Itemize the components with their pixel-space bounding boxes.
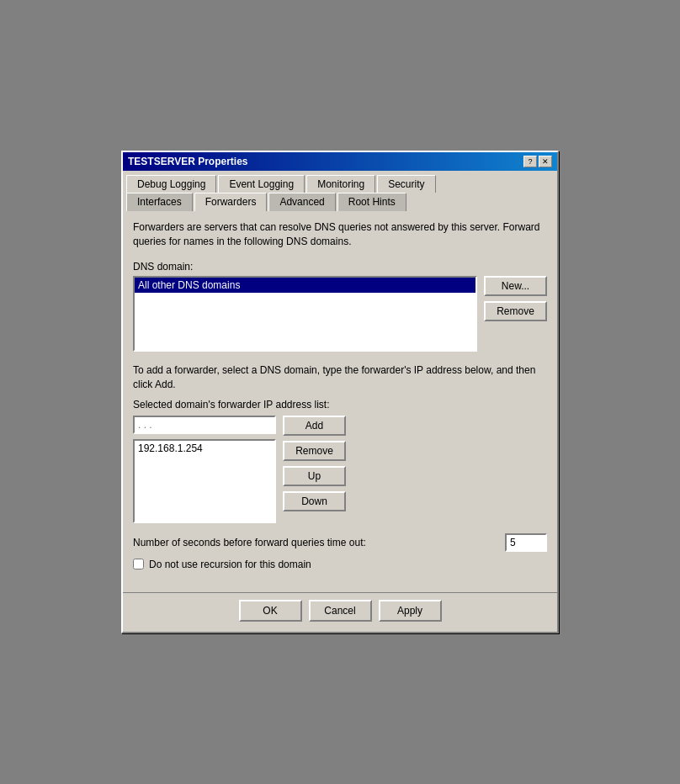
add-button[interactable]: Add <box>283 416 346 436</box>
description-text: Forwarders are servers that can resolve … <box>133 220 547 249</box>
tab-event-logging[interactable]: Event Logging <box>218 175 305 193</box>
down-button[interactable]: Down <box>283 491 346 511</box>
dialog-window: TESTSERVER Properties ? ✕ Debug Logging … <box>121 151 559 633</box>
ip-address-listbox[interactable]: 192.168.1.254 <box>133 439 276 523</box>
ip-buttons: Add Remove Up Down <box>283 416 346 523</box>
tab-debug-logging[interactable]: Debug Logging <box>126 175 216 193</box>
remove-ip-button[interactable]: Remove <box>283 441 346 461</box>
apply-button[interactable]: Apply <box>379 600 442 622</box>
tab-content: Forwarders are servers that can resolve … <box>123 210 557 591</box>
tabs-row-2: Interfaces Forwarders Advanced Root Hint… <box>123 192 557 210</box>
ip-section: 192.168.1.254 Add Remove Up Down <box>133 416 547 523</box>
help-button[interactable]: ? <box>523 156 537 167</box>
tabs-row-1: Debug Logging Event Logging Monitoring S… <box>123 171 557 192</box>
ip-input-column: 192.168.1.254 <box>133 416 276 523</box>
cancel-button[interactable]: Cancel <box>309 600 372 622</box>
bottom-buttons: OK Cancel Apply <box>123 592 557 632</box>
dns-domain-section: All other DNS domains New... Remove <box>133 276 547 352</box>
tab-root-hints[interactable]: Root Hints <box>337 193 406 211</box>
ok-button[interactable]: OK <box>239 600 302 622</box>
hint-text: To add a forwarder, select a DNS domain,… <box>133 363 547 392</box>
remove-dns-button[interactable]: Remove <box>484 301 547 321</box>
recursion-label: Do not use recursion for this domain <box>149 559 311 570</box>
forwarder-ip-label: Selected domain's forwarder IP address l… <box>133 399 547 411</box>
title-bar-buttons: ? ✕ <box>523 156 552 167</box>
tab-advanced[interactable]: Advanced <box>268 193 335 211</box>
tab-interfaces[interactable]: Interfaces <box>126 193 193 211</box>
new-button[interactable]: New... <box>484 276 547 296</box>
recursion-checkbox[interactable] <box>133 559 144 569</box>
title-bar: TESTSERVER Properties ? ✕ <box>123 152 557 171</box>
recursion-row: Do not use recursion for this domain <box>133 559 547 570</box>
dns-domain-listbox[interactable]: All other DNS domains <box>133 276 477 352</box>
close-button[interactable]: ✕ <box>539 156 552 167</box>
timeout-input[interactable] <box>505 533 547 552</box>
up-button[interactable]: Up <box>283 466 346 486</box>
timeout-label: Number of seconds before forward queries… <box>133 537 498 548</box>
dns-domain-label: DNS domain: <box>133 261 547 273</box>
tab-forwarders[interactable]: Forwarders <box>194 193 268 211</box>
dns-domain-buttons: New... Remove <box>484 276 547 352</box>
ip-address-input[interactable] <box>133 416 276 434</box>
dns-domain-item-all[interactable]: All other DNS domains <box>135 278 475 293</box>
window-title: TESTSERVER Properties <box>128 156 248 167</box>
timeout-row: Number of seconds before forward queries… <box>133 533 547 552</box>
tab-security[interactable]: Security <box>377 175 435 193</box>
tab-monitoring[interactable]: Monitoring <box>306 175 375 193</box>
